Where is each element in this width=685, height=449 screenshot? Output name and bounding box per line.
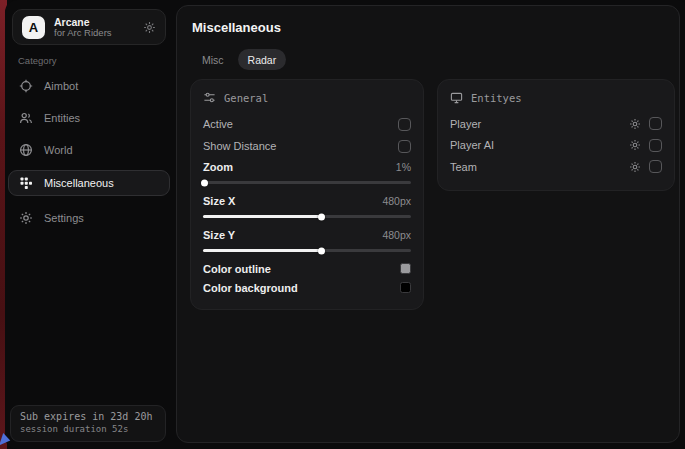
subscription-info-card: Sub expires in 23d 20h session duration … (10, 405, 166, 442)
general-panel-title: General (224, 92, 268, 104)
color-background-swatch[interactable] (400, 282, 411, 293)
sidebar-item-label: Miscellaneous (44, 177, 114, 189)
general-panel-header: General (203, 91, 411, 104)
monitor-icon (450, 91, 463, 104)
entity-row-player: Player (450, 113, 662, 135)
sliders-icon (203, 91, 216, 104)
player-checkbox[interactable] (649, 117, 662, 130)
sidebar-item-label: World (44, 144, 73, 156)
sidebar-item-label: Settings (44, 212, 84, 224)
size-x-slider-fill (203, 215, 322, 218)
entities-panel-title: Entityes (471, 92, 522, 104)
toggle-label: Show Distance (203, 140, 276, 152)
toggle-row-show-distance: Show Distance (203, 135, 411, 157)
slider-label: Size Y (203, 229, 235, 241)
show-distance-checkbox[interactable] (398, 140, 411, 153)
gear-icon (19, 211, 33, 225)
player-ai-checkbox[interactable] (649, 139, 662, 152)
brand-title: Arcane (54, 16, 134, 28)
color-outline-swatch[interactable] (400, 263, 411, 274)
app-logo: A (22, 16, 45, 39)
panels-row: General Active Show Distance Zoom 1% (190, 79, 675, 310)
brand-card: A Arcane for Arc Riders (12, 9, 166, 45)
slider-value: 1% (396, 161, 411, 173)
entities-icon (19, 111, 33, 125)
color-row-outline: Color outline (203, 259, 411, 278)
team-checkbox[interactable] (649, 160, 662, 173)
sub-expiry-text: Sub expires in 23d 20h (20, 411, 156, 422)
tab-radar[interactable]: Radar (238, 49, 287, 70)
sidebar-item-settings[interactable]: Settings (8, 206, 170, 230)
color-label: Color background (203, 282, 298, 294)
zoom-slider-handle[interactable] (201, 179, 208, 186)
slider-label: Zoom (203, 161, 233, 173)
app-window: A Arcane for Arc Riders Category (5, 0, 685, 449)
gear-icon[interactable] (629, 139, 641, 151)
toggle-row-active: Active (203, 113, 411, 135)
sidebar-item-entities[interactable]: Entities (8, 106, 170, 130)
gear-icon[interactable] (629, 118, 641, 130)
entity-row-player-ai: Player AI (450, 135, 662, 157)
category-label: Category (18, 55, 57, 66)
grid-icon (19, 176, 33, 190)
slider-row-size-y: Size Y 480px (203, 225, 411, 245)
tab-misc[interactable]: Misc (192, 49, 234, 70)
gear-icon[interactable] (143, 21, 156, 34)
active-checkbox[interactable] (398, 118, 411, 131)
slider-value: 480px (382, 229, 411, 241)
zoom-slider-fill (203, 181, 205, 184)
session-duration-text: session duration 52s (20, 424, 156, 434)
brand-subtitle: for Arc Riders (54, 28, 134, 39)
slider-value: 480px (382, 195, 411, 207)
sidebar-item-aimbot[interactable]: Aimbot (8, 74, 170, 98)
size-y-slider[interactable] (203, 249, 411, 252)
entities-panel: Entityes Player (437, 79, 675, 191)
desktop: A Arcane for Arc Riders Category (0, 0, 685, 449)
color-row-background: Color background (203, 278, 411, 297)
crosshair-icon (19, 79, 33, 93)
sidebar-item-label: Aimbot (44, 80, 78, 92)
slider-label: Size X (203, 195, 235, 207)
gear-icon[interactable] (629, 161, 641, 173)
sidebar-item-label: Entities (44, 112, 80, 124)
zoom-slider[interactable] (203, 181, 411, 184)
toggle-label: Active (203, 118, 233, 130)
globe-icon (19, 143, 33, 157)
slider-row-zoom: Zoom 1% (203, 157, 411, 177)
slider-row-size-x: Size X 480px (203, 191, 411, 211)
entity-label: Team (450, 161, 477, 173)
entity-label: Player AI (450, 139, 494, 151)
sidebar: A Arcane for Arc Riders Category (5, 0, 176, 449)
sidebar-nav: Aimbot Entities (8, 70, 170, 238)
brand-text: Arcane for Arc Riders (54, 16, 134, 39)
entity-row-team: Team (450, 156, 662, 178)
entity-label: Player (450, 118, 481, 130)
tab-bar: Misc Radar (192, 49, 286, 70)
main-panel: Miscellaneous Misc Radar (176, 5, 680, 443)
sidebar-item-miscellaneous[interactable]: Miscellaneous (8, 170, 170, 196)
page-title: Miscellaneous (192, 20, 281, 35)
size-y-slider-handle[interactable] (318, 247, 325, 254)
size-x-slider-handle[interactable] (318, 213, 325, 220)
size-y-slider-fill (203, 249, 322, 252)
general-panel: General Active Show Distance Zoom 1% (190, 79, 424, 310)
size-x-slider[interactable] (203, 215, 411, 218)
sidebar-item-world[interactable]: World (8, 138, 170, 162)
color-label: Color outline (203, 263, 271, 275)
entities-panel-header: Entityes (450, 91, 662, 104)
